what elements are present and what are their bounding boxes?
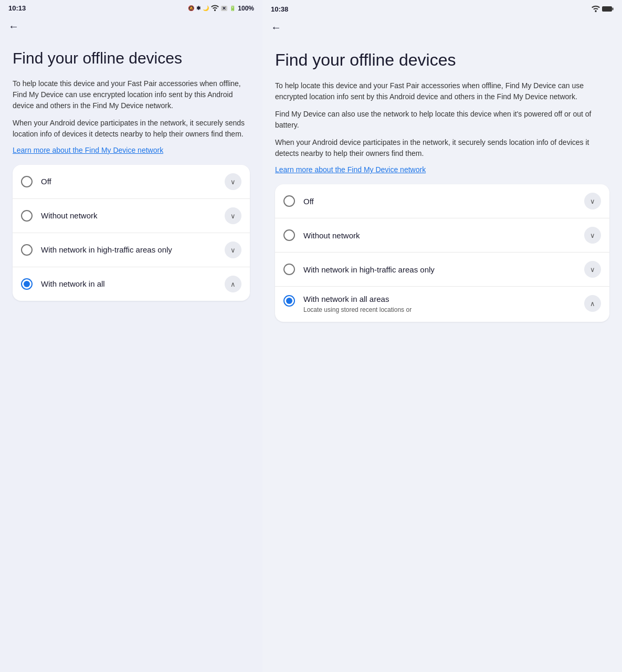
radio-off-right[interactable] — [283, 195, 295, 207]
status-bar-right: 10:38 — [262, 0, 622, 15]
option-without-network-label-right: Without network — [303, 230, 584, 241]
back-button-left[interactable]: ← — [0, 14, 262, 35]
chevron-all-areas-left[interactable]: ∧ — [225, 276, 241, 292]
chevron-high-traffic-right[interactable]: ∨ — [584, 261, 601, 278]
option-without-network-left[interactable]: Without network ∨ — [13, 199, 250, 233]
option-all-areas-content-right: With network in all areas Locate using s… — [303, 294, 584, 314]
description1-right: To help locate this device and your Fast… — [275, 80, 609, 102]
option-high-traffic-right[interactable]: With network in high-traffic areas only … — [275, 253, 609, 287]
wifi-icon-right — [592, 5, 600, 13]
option-all-areas-label-left: With network in all — [41, 279, 225, 289]
status-icons-left: 🔕 ✱ 🌙 ✕ 🔋 100% — [188, 5, 254, 12]
option-all-areas-right[interactable]: With network in all areas Locate using s… — [275, 287, 609, 321]
page-title-right: Find your offline devices — [275, 50, 609, 70]
chevron-down-icon-3: ∨ — [230, 246, 236, 254]
description2-right: Find My Device can also use the network … — [275, 109, 609, 131]
chevron-without-network-left[interactable]: ∨ — [225, 207, 241, 224]
option-high-traffic-label-left: With network in high-traffic areas only — [41, 245, 225, 255]
radio-high-traffic-left[interactable] — [21, 244, 33, 256]
chevron-down-icon-2: ∨ — [230, 212, 236, 220]
back-button-right[interactable]: ← — [262, 15, 622, 36]
option-without-network-right[interactable]: Without network ∨ — [275, 218, 609, 253]
learn-more-link-right[interactable]: Learn more about the Find My Device netw… — [275, 165, 609, 174]
battery-pct-left: 100% — [238, 5, 254, 12]
bt-icon: ✱ — [196, 5, 201, 11]
option-high-traffic-label-right: With network in high-traffic areas only — [303, 265, 584, 275]
battery-icon-right — [602, 6, 614, 13]
svg-rect-0 — [602, 6, 612, 12]
radio-without-network-right[interactable] — [283, 229, 295, 241]
options-card-right: Off ∨ Without network ∨ With network in … — [275, 184, 609, 321]
page-title-left: Find your offline devices — [13, 49, 250, 68]
status-time-right: 10:38 — [271, 5, 288, 13]
chevron-down-icon-r3: ∨ — [590, 266, 595, 274]
option-high-traffic-left[interactable]: With network in high-traffic areas only … — [13, 233, 250, 267]
radio-high-traffic-right[interactable] — [283, 264, 295, 275]
notif-icon: 🔕 — [188, 5, 194, 11]
description3-right: When your Android device participates in… — [275, 137, 609, 159]
option-all-areas-sublabel-right: Locate using stored recent locations or — [303, 306, 584, 314]
chevron-down-icon: ∨ — [230, 178, 236, 186]
chevron-without-network-right[interactable]: ∨ — [584, 227, 601, 244]
description1-left: To help locate this device and your Fast… — [13, 78, 250, 111]
content-left: Find your offline devices To help locate… — [0, 35, 262, 672]
chevron-off-left[interactable]: ∨ — [225, 173, 241, 190]
status-icons-right — [592, 5, 614, 13]
radio-off-left[interactable] — [21, 176, 33, 187]
status-bar-left: 10:13 🔕 ✱ 🌙 ✕ 🔋 100% — [0, 0, 262, 14]
x-icon: ✕ — [221, 6, 227, 11]
option-off-right[interactable]: Off ∨ — [275, 184, 609, 218]
back-arrow-left: ← — [8, 20, 19, 33]
back-arrow-right: ← — [271, 22, 281, 34]
battery-icon-left: 🔋 — [229, 5, 236, 11]
radio-all-areas-right[interactable] — [283, 295, 295, 307]
radio-inner-all-areas-left — [24, 281, 30, 287]
option-off-label-right: Off — [303, 196, 584, 207]
moon-icon: 🌙 — [203, 5, 209, 11]
description2-left: When your Android device participates in… — [13, 118, 250, 140]
radio-without-network-left[interactable] — [21, 210, 33, 222]
chevron-all-areas-right[interactable]: ∧ — [584, 295, 601, 312]
radio-inner-all-areas-right — [286, 298, 292, 304]
chevron-high-traffic-left[interactable]: ∨ — [225, 242, 241, 258]
chevron-up-icon: ∧ — [230, 280, 236, 288]
option-off-left[interactable]: Off ∨ — [13, 165, 250, 199]
chevron-off-right[interactable]: ∨ — [584, 193, 601, 209]
status-time-left: 10:13 — [8, 4, 26, 12]
chevron-up-icon-right: ∧ — [590, 300, 595, 308]
left-panel: 10:13 🔕 ✱ 🌙 ✕ 🔋 100% ← Find your offline… — [0, 0, 262, 672]
option-all-areas-left[interactable]: With network in all ∧ — [13, 267, 250, 301]
chevron-down-icon-r1: ∨ — [590, 197, 595, 205]
right-panel: 10:38 ← Find your offline devices To hel… — [262, 0, 622, 672]
radio-all-areas-left[interactable] — [21, 278, 33, 290]
content-right: Find your offline devices To help locate… — [262, 36, 622, 672]
options-card-left: Off ∨ Without network ∨ With network in … — [13, 165, 250, 301]
learn-more-link-left[interactable]: Learn more about the Find My Device netw… — [13, 146, 250, 154]
svg-rect-1 — [613, 7, 614, 10]
chevron-down-icon-r2: ∨ — [590, 232, 595, 239]
option-all-areas-label-right: With network in all areas — [303, 295, 389, 303]
wifi-icon-left — [211, 5, 219, 12]
option-without-network-label-left: Without network — [41, 211, 225, 221]
option-off-label-left: Off — [41, 176, 225, 187]
